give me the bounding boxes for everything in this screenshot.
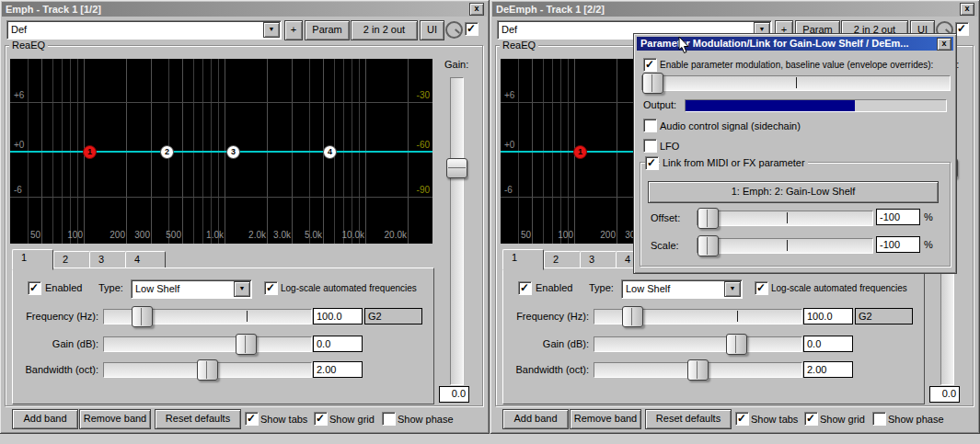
chevron-down-icon[interactable]: ▼ [724,281,741,297]
enable-modulation-label: Enable parameter modulation, baseline va… [660,60,933,70]
fx-enable-checkbox[interactable] [955,22,969,36]
show-phase-checkbox[interactable] [872,412,886,426]
baseline-slider[interactable] [641,75,951,91]
slider-center-tick [247,311,248,322]
frequency-slider[interactable] [103,309,312,324]
band-marker-3[interactable]: 3 [226,145,240,159]
frequency-label: Frequency (Hz): [7,311,98,322]
gain-readout[interactable]: 0.0 [929,386,960,403]
gain-fader[interactable] [450,77,464,385]
slider-center-tick [737,311,738,322]
window-title: DeEmph - Track 1 [2/2] [496,4,605,15]
fx-enable-checkbox[interactable] [465,22,478,36]
add-band-button[interactable]: Add band [502,409,569,429]
show-phase-checkbox[interactable] [382,412,396,426]
frequency-value-field[interactable]: 100.0 [803,308,853,324]
band-type-combobox[interactable]: Low Shelf ▼ [131,279,252,299]
link-checkbox[interactable] [645,156,659,170]
preset-combobox[interactable]: Def ▼ [6,20,282,40]
wet-dry-knob-icon[interactable] [445,21,463,39]
reaeq-group-label: ReaEQ [500,40,538,51]
offset-unit: % [924,211,933,222]
band-marker-2[interactable]: 2 [160,145,174,159]
frequency-slider-handle[interactable] [132,306,153,327]
bandwidth-slider[interactable] [594,362,802,378]
output-meter [685,99,947,112]
reset-defaults-button[interactable]: Reset defaults [645,409,732,429]
window-titlebar[interactable]: DeEmph - Track 1 [2/2] [492,2,977,17]
band-marker-1[interactable]: 1 [573,145,587,159]
preset-value: Def [11,23,27,36]
band-marker-4[interactable]: 4 [323,145,337,159]
window-close-button[interactable]: x [469,3,484,16]
eq-graph[interactable]: 501002003005001.0k2.0k3.0k5.0k10.0k20.0k… [10,59,432,244]
baseline-slider-handle[interactable] [642,73,663,94]
bandwidth-value-field[interactable]: 2.00 [313,361,363,378]
type-label: Type: [589,282,614,293]
show-phase-label: Show phase [888,414,944,425]
band-tab-1[interactable]: 1 [12,249,53,270]
chevron-down-icon[interactable]: ▼ [234,281,250,297]
scale-slider[interactable] [697,238,873,254]
scale-value-field[interactable]: -100 [876,236,920,253]
scale-slider-handle[interactable] [698,235,719,256]
show-phase-label: Show phase [398,414,454,425]
band-tab-4[interactable]: 4 [125,251,166,269]
band-tab-3[interactable]: 3 [89,251,126,269]
band-enabled-checkbox[interactable] [28,281,41,295]
plugin-window: Emph - Track 1 [1/2] x Def ▼ + Param 2 i… [0,0,490,434]
window-close-button[interactable]: x [960,3,974,16]
band-marker-1[interactable]: 1 [83,145,97,159]
sidechain-checkbox[interactable] [643,119,657,132]
gain-value-field[interactable]: 0.0 [803,336,853,352]
frequency-slider-handle[interactable] [622,306,643,327]
offset-slider[interactable] [697,211,873,226]
bandwidth-slider-handle[interactable] [197,359,218,381]
db-gridline [10,102,432,103]
band-tab-2[interactable]: 2 [544,251,581,269]
band-tab-3[interactable]: 3 [580,251,617,269]
remove-band-button[interactable]: Remove band [79,409,151,429]
gain-slider-handle[interactable] [236,334,257,355]
band-tab-2[interactable]: 2 [53,251,90,269]
show-grid-checkbox[interactable] [804,412,818,426]
gain-slider[interactable] [594,336,802,352]
window-titlebar[interactable]: Emph - Track 1 [1/2] [2,2,487,17]
reset-defaults-button[interactable]: Reset defaults [155,409,241,429]
show-tabs-checkbox[interactable] [735,412,749,426]
ui-toggle-button[interactable]: UI [420,20,444,40]
enable-modulation-checkbox[interactable] [643,58,657,72]
link-label: Link from MIDI or FX parameter [660,157,808,168]
band-type-combobox[interactable]: Low Shelf ▼ [621,279,743,299]
chevron-down-icon[interactable]: ▼ [263,22,280,38]
add-band-button[interactable]: Add band [12,409,78,429]
remove-band-button[interactable]: Remove band [570,409,641,429]
gain-slider-handle[interactable] [726,334,747,355]
dialog-close-button[interactable]: x [937,38,951,51]
gain-fader-handle[interactable] [446,158,467,178]
preset-add-button[interactable]: + [284,20,303,40]
band-enabled-checkbox[interactable] [518,281,532,295]
bandwidth-slider[interactable] [103,362,312,378]
log-scale-checkbox[interactable] [264,281,278,295]
frequency-slider[interactable] [594,309,802,324]
band-tab-1[interactable]: 1 [502,249,544,270]
band-enabled-label: Enabled [45,282,82,293]
log-scale-checkbox[interactable] [755,281,768,295]
lfo-checkbox[interactable] [643,139,657,153]
io-routing-button[interactable]: 2 in 2 out [351,20,418,40]
param-button[interactable]: Param [305,20,350,40]
bandwidth-value-field[interactable]: 2.00 [803,361,853,378]
eq-curve [10,151,432,153]
offset-value-field[interactable]: -100 [876,209,920,225]
offset-slider-handle[interactable] [698,208,719,229]
gain-slider[interactable] [103,336,312,352]
gain-readout[interactable]: 0.0 [439,386,469,403]
window-title: Emph - Track 1 [1/2] [6,4,101,15]
gain-value-field[interactable]: 0.0 [313,336,363,352]
link-source-button[interactable]: 1: Emph: 2: Gain-Low Shelf [648,181,939,203]
bandwidth-slider-handle[interactable] [687,359,709,381]
frequency-value-field[interactable]: 100.0 [313,308,363,324]
show-grid-checkbox[interactable] [314,412,328,426]
show-tabs-checkbox[interactable] [245,412,259,426]
